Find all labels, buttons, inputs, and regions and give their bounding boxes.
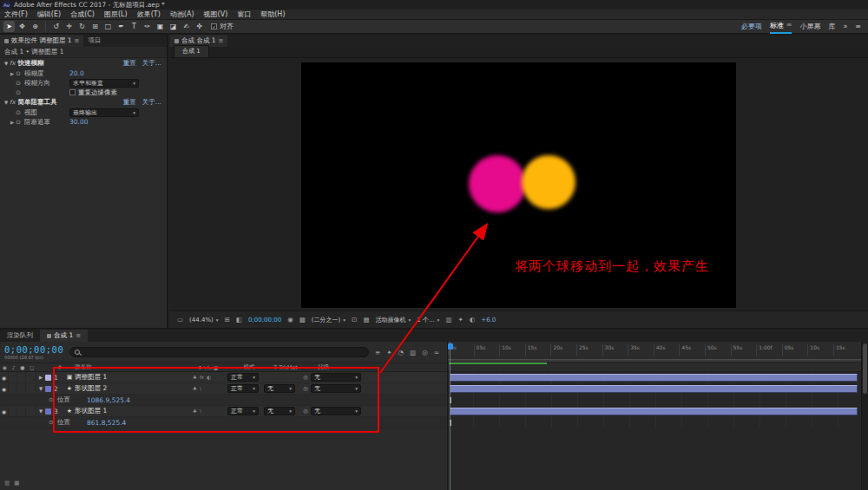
- position-value[interactable]: 861.8,525.4: [87, 419, 126, 427]
- workspace-panel-menu-icon[interactable]: ≡: [855, 21, 861, 32]
- solo-toggle[interactable]: [17, 383, 26, 394]
- clone-stamp-tool[interactable]: ▣: [155, 21, 166, 32]
- blend-mode-dropdown[interactable]: 正常▾: [227, 373, 259, 382]
- text-tool[interactable]: T: [128, 21, 140, 32]
- monitor-icon[interactable]: ▭: [177, 316, 183, 323]
- selection-tool[interactable]: ➤: [3, 21, 15, 32]
- roto-brush-tool[interactable]: ✍: [181, 21, 192, 32]
- layer-search-box[interactable]: [69, 347, 369, 357]
- fx-enabled-icon[interactable]: fx: [10, 60, 16, 67]
- panel-menu-icon[interactable]: ≡: [219, 37, 224, 44]
- current-time-display[interactable]: 0;00;00;00: [4, 344, 63, 355]
- trkmat-dropdown[interactable]: 无▾: [264, 407, 295, 415]
- menu-effect[interactable]: 效果(T): [137, 10, 161, 19]
- audio-toggle[interactable]: [9, 372, 17, 382]
- position-value[interactable]: 1086.9,525.4: [87, 396, 130, 404]
- menu-layer[interactable]: 图层(L): [104, 10, 128, 19]
- comp-mini-flowchart-icon[interactable]: ≡: [375, 349, 380, 356]
- show-snapshot-icon[interactable]: ▩: [299, 316, 306, 323]
- snapshot-icon[interactable]: ◉: [287, 316, 293, 323]
- playhead[interactable]: [450, 342, 450, 490]
- about-link[interactable]: 关于...: [142, 59, 161, 68]
- expand-layer-switches-icon[interactable]: ▥: [4, 480, 10, 487]
- column-trkmat[interactable]: T TrkMat: [266, 364, 306, 371]
- audio-toggle[interactable]: [9, 383, 17, 394]
- collapse-arrow-icon[interactable]: ▼: [3, 100, 10, 105]
- blur-dimensions-dropdown[interactable]: 水平和垂直 ▾: [69, 79, 139, 88]
- stopwatch-icon[interactable]: ⊙: [49, 419, 57, 426]
- scrollbar-thumb[interactable]: [863, 343, 867, 394]
- layer-row-1[interactable]: ◉ ▶ 1 ▣ 调整图层 1 ♣fx◐ 正常▾ ◎ 无▾: [0, 372, 447, 383]
- tab-project[interactable]: 项目: [83, 35, 105, 47]
- menu-file[interactable]: 文件(F): [4, 10, 28, 19]
- tab-timeline-comp1[interactable]: 合成 1 ≡: [40, 330, 88, 342]
- stopwatch-icon[interactable]: ⊙: [16, 80, 24, 87]
- menu-window[interactable]: 窗口: [237, 10, 251, 19]
- property-row-repeat-edge-pixels[interactable]: ⊙ 重复边缘像素: [0, 88, 167, 97]
- label-color-chip[interactable]: [45, 408, 51, 415]
- composition-viewport[interactable]: 将两个球移动到一起，效果产生: [301, 62, 736, 308]
- hide-shy-layers-icon[interactable]: ◔: [398, 349, 404, 356]
- reset-link[interactable]: 重置: [123, 98, 136, 107]
- layer-name[interactable]: 形状图层 2: [75, 384, 193, 393]
- workspace-library[interactable]: 库: [828, 20, 835, 33]
- collapse-arrow-icon[interactable]: ▼: [36, 386, 45, 391]
- time-ruler[interactable]: 0s 05s 10s 15s 20s 25s 30s 35s 40s 45s 5…: [448, 342, 868, 359]
- menu-composition[interactable]: 合成(C): [70, 10, 95, 19]
- view-dropdown[interactable]: 最终输出 ▾: [69, 108, 139, 117]
- panel-menu-icon[interactable]: ≡: [75, 37, 80, 44]
- column-source-name[interactable]: 源名称: [75, 363, 198, 371]
- safe-margins-icon[interactable]: ⊞: [225, 316, 230, 323]
- orbit-camera-tool[interactable]: ↺: [50, 21, 62, 32]
- panel-menu-icon[interactable]: ≡: [76, 332, 81, 339]
- eye-icon[interactable]: ◉: [0, 383, 9, 394]
- layer-duration-bar[interactable]: [450, 408, 858, 415]
- label-color-chip[interactable]: [45, 375, 51, 381]
- effect-header-simple-choker[interactable]: ▼ fx 简单阻塞工具 重置 关于...: [0, 97, 167, 108]
- layer-duration-bar[interactable]: [450, 374, 858, 382]
- parent-pickwhip-icon[interactable]: ◎: [300, 374, 311, 381]
- viewer-tab-comp1[interactable]: 合成 1: [174, 45, 209, 57]
- trkmat-dropdown[interactable]: 无▾: [264, 384, 295, 393]
- expand-arrow-icon[interactable]: ▶: [9, 71, 16, 76]
- transparency-grid-icon[interactable]: ▦: [363, 316, 369, 323]
- layer-row-2[interactable]: ◉ ▼ 2 ★ 形状图层 2 ♣\ 正常▾ 无▾ ◎ 无▾: [0, 383, 447, 395]
- blurriness-value[interactable]: 20.0: [69, 69, 84, 77]
- collapse-arrow-icon[interactable]: ▼: [36, 408, 45, 414]
- parent-dropdown[interactable]: 无▾: [311, 407, 361, 415]
- lock-toggle[interactable]: [26, 383, 36, 394]
- pixel-aspect-icon[interactable]: ▥: [445, 316, 451, 323]
- audio-toggle[interactable]: [9, 406, 17, 416]
- collapse-arrow-icon[interactable]: ▼: [3, 61, 10, 66]
- about-link[interactable]: 关于...: [142, 98, 161, 107]
- blend-mode-dropdown[interactable]: 正常▾: [227, 407, 259, 415]
- lock-toggle[interactable]: [26, 406, 36, 416]
- pan-camera-tool[interactable]: ✛: [63, 21, 75, 32]
- stopwatch-icon[interactable]: ⊙: [16, 70, 24, 77]
- layer-duration-bar[interactable]: [450, 385, 858, 393]
- property-row-blur-dimensions[interactable]: ⊙ 模糊方向 水平和垂直 ▾: [0, 78, 167, 88]
- frame-blending-icon[interactable]: ▥: [410, 349, 416, 356]
- draft-3d-icon[interactable]: ✦: [386, 349, 391, 356]
- layer-name[interactable]: 形状图层 1: [75, 407, 193, 415]
- brush-tool[interactable]: ✑: [141, 21, 153, 32]
- eye-icon[interactable]: ◉: [0, 372, 9, 382]
- property-row-position[interactable]: ⊙ 位置 861.8,525.4: [0, 417, 447, 428]
- property-row-blurriness[interactable]: ▶ ⊙ 模糊度 20.0: [0, 69, 167, 78]
- solo-toggle[interactable]: [17, 406, 26, 416]
- shape-tool[interactable]: □: [102, 21, 114, 32]
- solo-toggle[interactable]: [17, 372, 26, 382]
- layer-row-3[interactable]: ◉ ▼ 3 ★ 形状图层 1 ♣\ 正常▾ 无▾ ◎ 无▾: [0, 406, 447, 417]
- view-layout-dropdown[interactable]: 1 个...▾: [417, 316, 439, 324]
- active-camera-dropdown[interactable]: 活动摄像机▾: [375, 316, 411, 324]
- preview-timecode[interactable]: 0;00;00;00: [248, 317, 281, 323]
- effect-header-fast-blur[interactable]: ▼ fx 快速模糊 重置 关于...: [0, 58, 167, 69]
- pen-tool[interactable]: ✒: [115, 21, 127, 32]
- stopwatch-icon[interactable]: ⊙: [49, 396, 57, 403]
- stopwatch-icon[interactable]: ⊙: [16, 119, 24, 126]
- choke-matte-value[interactable]: 30.00: [69, 118, 88, 126]
- hand-tool[interactable]: ✥: [16, 21, 28, 32]
- workspace-menu-icon[interactable]: ≡: [786, 21, 792, 30]
- timeline-track-area[interactable]: 0s 05s 10s 15s 20s 25s 30s 35s 40s 45s 5…: [447, 342, 868, 490]
- workspace-overflow-icon[interactable]: »: [843, 21, 847, 32]
